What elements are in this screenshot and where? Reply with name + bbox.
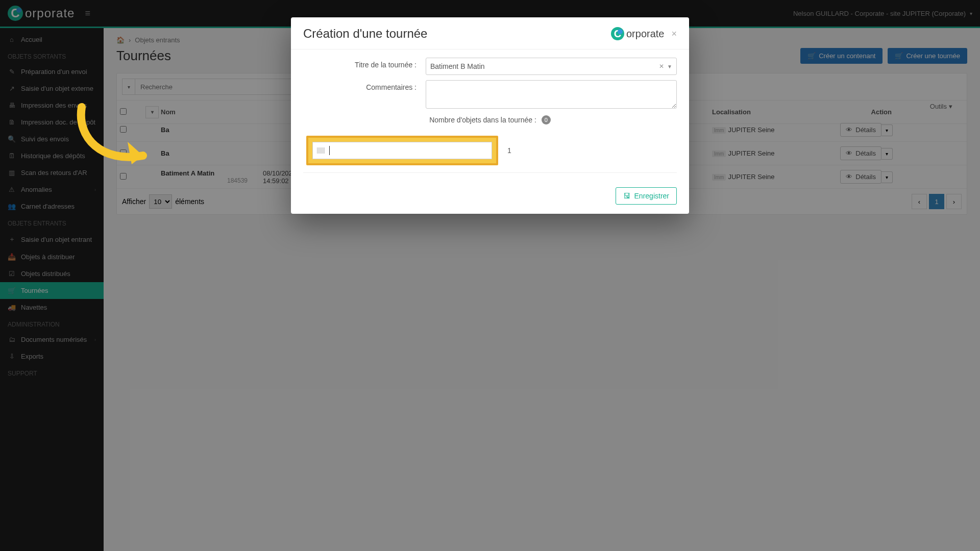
save-button[interactable]: 🖫 Enregistrer — [616, 187, 677, 205]
chevron-down-icon: ▼ — [667, 64, 672, 69]
count-badge: 0 — [542, 115, 551, 124]
comments-textarea[interactable] — [426, 80, 677, 109]
create-tour-modal: Création d'une tournée C orporate × Titr… — [291, 17, 689, 214]
clear-icon[interactable]: ✕ — [656, 63, 667, 70]
tour-title-label: Titre de la tournée : — [303, 58, 426, 69]
text-cursor — [329, 146, 330, 155]
modal-title: Création d'une tournée — [303, 27, 427, 41]
logo-badge: C — [611, 27, 624, 40]
comments-label: Commentaires : — [303, 80, 426, 91]
scan-count: 1 — [507, 146, 511, 155]
scan-highlight — [306, 136, 498, 165]
tour-title-value: Batiment B Matin — [430, 62, 656, 70]
save-icon: 🖫 — [623, 192, 630, 200]
count-label: Nombre d'objets dans la tournée : — [429, 116, 536, 124]
close-icon[interactable]: × — [671, 29, 677, 39]
barcode-icon — [317, 147, 325, 154]
modal-brand-logo: C orporate — [611, 27, 665, 40]
brand-word: orporate — [626, 28, 665, 40]
scan-input[interactable] — [312, 142, 492, 159]
tour-title-select[interactable]: Batiment B Matin ✕ ▼ — [426, 58, 677, 75]
save-label: Enregistrer — [634, 192, 669, 200]
